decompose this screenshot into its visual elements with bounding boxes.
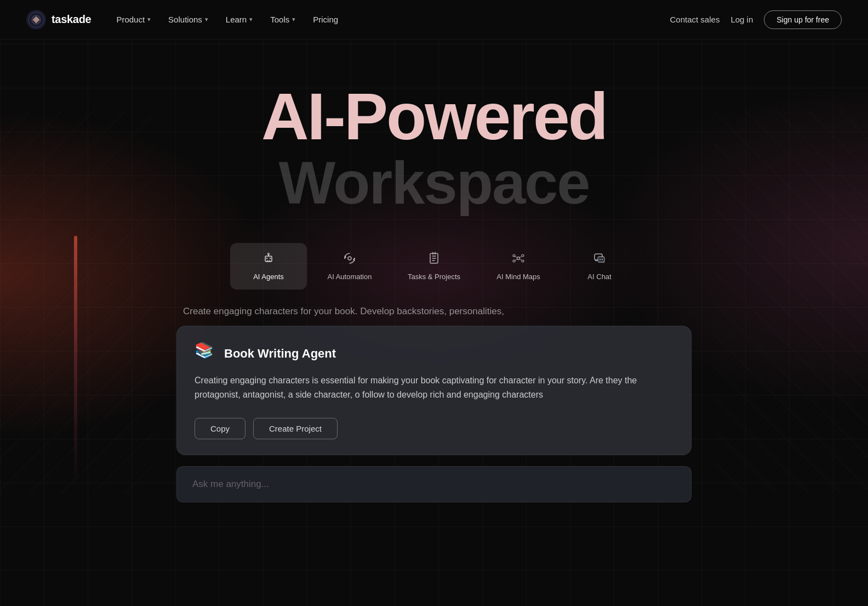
tab-ai-mind-maps[interactable]: AI Mind Maps (480, 243, 557, 290)
signup-button[interactable]: Sign up for free (764, 10, 842, 29)
agent-card-description: Creating engaging characters is essentia… (195, 373, 673, 403)
ai-mind-maps-icon (512, 252, 525, 268)
nav-item-tools[interactable]: Tools ▾ (262, 12, 303, 27)
create-project-button[interactable]: Create Project (253, 418, 338, 439)
svg-point-7 (348, 257, 351, 260)
input-area[interactable]: Ask me anything... (176, 466, 692, 502)
tab-ai-chat[interactable]: AI Chat (561, 243, 638, 290)
navbar: taskade Product ▾ Solutions ▾ Learn ▾ To… (0, 0, 868, 39)
contact-sales-link[interactable]: Contact sales (670, 15, 720, 24)
solutions-chevron-icon: ▾ (205, 16, 208, 23)
navbar-left: taskade Product ▾ Solutions ▾ Learn ▾ To… (26, 10, 346, 30)
book-writing-agent-icon: 📚 (195, 343, 216, 365)
agent-card-actions: Copy Create Project (195, 418, 673, 439)
svg-point-20 (599, 259, 601, 260)
tab-ai-agents[interactable]: AI Agents (230, 243, 307, 290)
svg-point-21 (602, 259, 603, 260)
svg-point-13 (522, 260, 524, 262)
svg-point-5 (270, 258, 271, 259)
svg-line-14 (515, 257, 517, 258)
nav-items: Product ▾ Solutions ▾ Learn ▾ Tools ▾ Pr… (108, 12, 346, 27)
agent-card: 📚 Book Writing Agent Creating engaging c… (176, 326, 692, 455)
ai-chat-icon (593, 252, 606, 268)
tab-ai-automation-label: AI Automation (327, 273, 372, 281)
hero-title-line2: Workspace (0, 149, 868, 216)
svg-line-17 (520, 259, 522, 260)
nav-item-product[interactable]: Product ▾ (108, 12, 158, 27)
truncated-preview-text: Create engaging characters for your book… (176, 306, 692, 326)
navbar-right: Contact sales Log in Sign up for free (670, 10, 842, 29)
logo[interactable]: taskade (26, 10, 91, 30)
learn-chevron-icon: ▾ (249, 16, 253, 23)
logo-text: taskade (52, 13, 91, 26)
nav-item-learn[interactable]: Learn ▾ (218, 12, 260, 27)
product-chevron-icon: ▾ (147, 16, 151, 23)
ai-automation-icon (343, 252, 356, 268)
tools-chevron-icon: ▾ (292, 16, 295, 23)
svg-point-6 (267, 253, 269, 255)
svg-point-12 (513, 260, 515, 262)
svg-line-16 (515, 259, 517, 260)
hero-title-line1: AI-Powered (0, 83, 868, 149)
svg-rect-19 (598, 257, 604, 262)
svg-point-9 (517, 257, 520, 260)
agent-card-header: 📚 Book Writing Agent (195, 343, 673, 365)
left-accent-bar (74, 236, 77, 488)
svg-point-10 (513, 254, 515, 257)
svg-point-11 (522, 254, 524, 257)
tasks-projects-icon (427, 252, 441, 268)
ai-agents-icon (262, 252, 275, 268)
agent-card-title: Book Writing Agent (224, 347, 336, 361)
feature-tabs: AI Agents AI Automation Tasks & (230, 243, 638, 290)
nav-item-pricing[interactable]: Pricing (305, 12, 346, 27)
input-placeholder-text: Ask me anything... (192, 479, 269, 489)
tab-ai-automation[interactable]: AI Automation (311, 243, 388, 290)
tab-ai-agents-label: AI Agents (253, 273, 284, 281)
tab-ai-chat-label: AI Chat (587, 273, 611, 281)
svg-point-4 (266, 258, 267, 259)
hero-section: AI-Powered Workspace (0, 39, 868, 232)
svg-line-15 (520, 257, 522, 258)
copy-button[interactable]: Copy (195, 418, 245, 439)
nav-item-solutions[interactable]: Solutions ▾ (161, 12, 216, 27)
tab-ai-mind-maps-label: AI Mind Maps (496, 273, 540, 281)
tab-tasks-projects-label: Tasks & Projects (408, 273, 460, 281)
login-link[interactable]: Log in (730, 15, 753, 24)
taskade-logo-icon (26, 10, 46, 30)
content-area: Create engaging characters for your book… (165, 306, 703, 502)
tab-tasks-projects[interactable]: Tasks & Projects (392, 243, 476, 290)
